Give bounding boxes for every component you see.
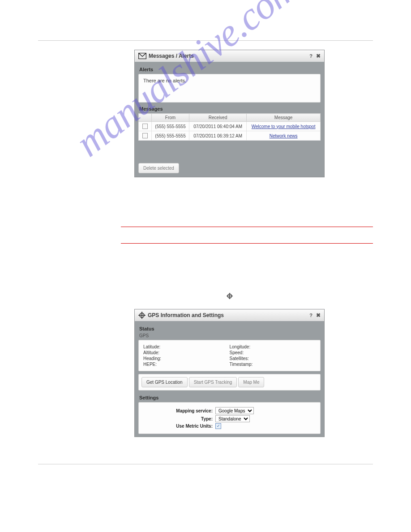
crosshair-icon-inline xyxy=(227,293,233,300)
divider-top xyxy=(38,40,373,41)
divider-bottom xyxy=(38,464,373,464)
message-link[interactable]: Welcome to your mobile hotspot xyxy=(252,124,316,129)
cell-from: (555) 555-5555 xyxy=(152,131,189,141)
col-checkbox xyxy=(139,114,152,122)
label-longitude: Longitude: xyxy=(230,344,316,350)
map-me-button[interactable]: Map Me xyxy=(238,377,264,387)
delete-selected-button[interactable]: Delete selected xyxy=(138,163,179,173)
table-row: (555) 555-5555 07/20/2011 06:39:12 AM Ne… xyxy=(139,131,321,141)
col-from: From xyxy=(152,114,189,122)
panel-title: GPS Information and Settings xyxy=(148,312,309,318)
alerts-heading: Alerts xyxy=(138,66,321,74)
label-satellites: Satellites: xyxy=(230,356,316,361)
help-icon[interactable]: ? xyxy=(309,313,313,318)
close-icon[interactable]: ✖ xyxy=(316,312,321,318)
cell-from: (555) 555-5555 xyxy=(152,122,189,131)
label-speed: Speed: xyxy=(230,350,316,356)
gps-status-box: Latitude: Altitude: Heading: HEPE: Longi… xyxy=(138,340,321,371)
get-gps-location-button[interactable]: Get GPS Location xyxy=(141,377,188,387)
mapping-service-label: Mapping service: xyxy=(143,408,215,413)
label-heading: Heading: xyxy=(143,356,230,361)
metric-units-label: Use Metric Units: xyxy=(143,424,215,429)
settings-heading: Settings xyxy=(138,394,321,402)
status-heading: Status xyxy=(138,325,321,333)
settings-box: Mapping service: Google Maps Type: Stand… xyxy=(138,402,321,434)
messages-alerts-panel: Messages / Alerts ? ✖ Alerts There are n… xyxy=(134,50,325,177)
type-label: Type: xyxy=(143,416,215,421)
metric-units-checkbox[interactable]: ✓ xyxy=(215,423,221,429)
label-latitude: Latitude: xyxy=(143,344,230,350)
gps-buttons-box: Get GPS Location Start GPS Tracking Map … xyxy=(138,374,321,390)
row-checkbox[interactable] xyxy=(142,133,148,138)
messages-table: From Received Message (555) 555-5555 07/… xyxy=(138,113,321,141)
mail-icon xyxy=(138,53,146,59)
mapping-service-select[interactable]: Google Maps xyxy=(215,407,254,414)
crosshair-icon xyxy=(138,312,146,319)
alerts-empty-text: There are no alerts. xyxy=(143,78,186,83)
label-hepe: HEPE: xyxy=(143,361,230,367)
type-select[interactable]: Standalone xyxy=(215,415,250,422)
panel-header: GPS Information and Settings ? ✖ xyxy=(135,309,324,322)
row-checkbox[interactable] xyxy=(142,124,148,129)
table-row: (555) 555-5555 07/20/2011 06:40:04 AM We… xyxy=(139,122,321,131)
col-received: Received xyxy=(189,114,247,122)
gps-panel: GPS Information and Settings ? ✖ Status … xyxy=(134,309,325,437)
help-icon[interactable]: ? xyxy=(309,53,313,59)
panel-title: Messages / Alerts xyxy=(149,53,309,59)
messages-heading: Messages xyxy=(138,105,321,113)
close-icon[interactable]: ✖ xyxy=(316,53,321,59)
message-link[interactable]: Network news xyxy=(270,133,298,138)
label-altitude: Altitude: xyxy=(143,350,230,356)
panel-header: Messages / Alerts ? ✖ xyxy=(135,50,324,62)
col-message: Message xyxy=(247,114,321,122)
alerts-box: There are no alerts. xyxy=(138,74,321,103)
cell-received: 07/20/2011 06:39:12 AM xyxy=(189,131,247,141)
status-sub: GPS xyxy=(138,333,321,340)
cell-received: 07/20/2011 06:40:04 AM xyxy=(189,122,247,131)
start-gps-tracking-button[interactable]: Start GPS Tracking xyxy=(189,377,237,387)
label-timestamp: Timestamp: xyxy=(230,361,316,367)
